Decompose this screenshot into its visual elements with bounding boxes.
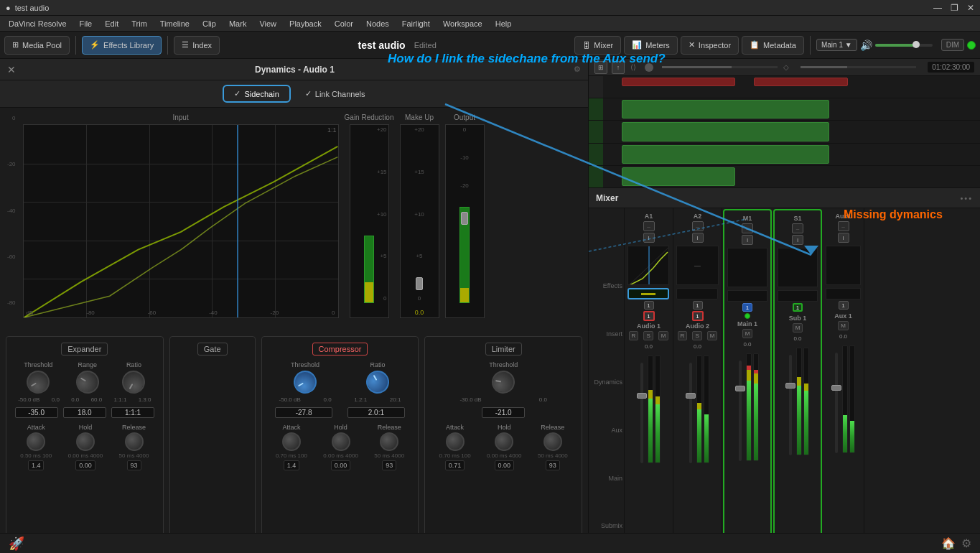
- link-channels-btn[interactable]: ✓ Link Channels: [305, 89, 365, 98]
- menu-trim[interactable]: Trim: [126, 18, 153, 29]
- S1-effects-btn[interactable]: –: [792, 223, 803, 233]
- exp-release-knob[interactable]: [125, 432, 144, 451]
- comp-ratio-val[interactable]: 2.0:1: [347, 407, 405, 418]
- maximize-btn[interactable]: ❐: [951, 3, 958, 13]
- lim-attack-val[interactable]: 0.71: [445, 460, 465, 470]
- A2-insert-btn[interactable]: I: [692, 233, 704, 243]
- mixer-options-btn[interactable]: •••: [960, 194, 973, 203]
- timeline-up-btn[interactable]: ↑: [612, 61, 625, 74]
- menu-edit[interactable]: Edit: [99, 18, 124, 29]
- index-btn[interactable]: ☰ Index: [174, 36, 220, 55]
- menu-davinci[interactable]: DaVinci Resolve: [3, 18, 73, 29]
- M1-fader-handle[interactable]: [735, 386, 745, 391]
- A2-S-btn[interactable]: S: [692, 331, 701, 340]
- S1-insert-btn[interactable]: I: [792, 235, 803, 245]
- menu-playback[interactable]: Playback: [284, 18, 327, 29]
- expander-name[interactable]: Expander: [61, 343, 108, 356]
- menu-view[interactable]: View: [253, 18, 282, 29]
- exp-release-val[interactable]: 93: [127, 460, 141, 470]
- menu-timeline[interactable]: Timeline: [154, 18, 195, 29]
- menu-nodes[interactable]: Nodes: [360, 18, 395, 29]
- Aux1-fader-handle[interactable]: [831, 385, 841, 391]
- exp-ratio-val[interactable]: 1:1:1: [111, 407, 154, 418]
- comp-release-knob[interactable]: [380, 432, 398, 451]
- exp-threshold-knob[interactable]: [22, 366, 54, 398]
- A1-M-btn[interactable]: M: [658, 331, 669, 340]
- exp-range-knob[interactable]: [72, 366, 103, 398]
- lim-hold-val[interactable]: 0.00: [495, 460, 515, 470]
- comp-release-val[interactable]: 93: [382, 460, 396, 470]
- Aux1-main-btn[interactable]: 1: [839, 301, 849, 310]
- comp-attack-val[interactable]: 1.4: [284, 460, 300, 470]
- exp-ratio-knob[interactable]: [118, 366, 150, 398]
- comp-attack-knob[interactable]: [282, 432, 301, 451]
- dim-btn[interactable]: DIM: [941, 39, 964, 51]
- mixer-btn[interactable]: 🎛 Mixer: [574, 36, 621, 55]
- S1-fader-handle[interactable]: [785, 383, 795, 389]
- Aux1-insert-btn[interactable]: I: [838, 233, 849, 243]
- timeline-scrubber[interactable]: [662, 66, 778, 68]
- inspector-btn[interactable]: ✕ Inspector: [681, 36, 739, 55]
- exp-attack-knob[interactable]: [27, 432, 45, 451]
- dynamics-close-btn[interactable]: ✕: [7, 64, 16, 75]
- dynamics-settings-icon[interactable]: ⚙: [574, 65, 581, 74]
- Aux1-M-btn[interactable]: M: [838, 321, 849, 330]
- A2-M-btn[interactable]: M: [707, 331, 718, 340]
- A2-main-btn[interactable]: 1: [693, 301, 703, 310]
- menu-file[interactable]: File: [74, 18, 98, 29]
- A1-submix-btn[interactable]: 1: [643, 311, 655, 321]
- menu-clip[interactable]: Clip: [197, 18, 222, 29]
- makeup-slider[interactable]: [416, 277, 423, 290]
- sidechain-btn[interactable]: ✓ Sidechain: [223, 85, 290, 103]
- comp-hold-val[interactable]: 0.00: [331, 460, 351, 470]
- A2-R-btn[interactable]: R: [678, 331, 688, 340]
- comp-threshold-knob[interactable]: [289, 366, 321, 398]
- meters-btn[interactable]: 📊 Meters: [624, 36, 678, 55]
- window-controls[interactable]: — ❐ ✕: [933, 3, 974, 13]
- A1-R-btn[interactable]: R: [629, 331, 639, 340]
- output-fader[interactable]: [461, 212, 468, 225]
- main-output-select[interactable]: Main 1 ▼: [816, 39, 857, 51]
- media-pool-btn[interactable]: ⊞ Media Pool: [4, 36, 70, 55]
- lim-hold-knob[interactable]: [495, 432, 513, 451]
- A1-main-btn[interactable]: 1: [644, 301, 654, 310]
- A1-effects-btn[interactable]: –: [643, 221, 655, 231]
- comp-ratio-knob[interactable]: [362, 366, 393, 398]
- A1-S-btn[interactable]: S: [643, 331, 653, 340]
- lim-threshold-val[interactable]: -21.0: [482, 407, 525, 418]
- compressor-name[interactable]: Compressor: [312, 343, 368, 356]
- A2-effects-btn[interactable]: –: [692, 221, 704, 231]
- menu-mark[interactable]: Mark: [223, 18, 252, 29]
- M1-insert-btn[interactable]: I: [742, 235, 753, 245]
- Aux1-effects-btn[interactable]: –: [838, 221, 849, 231]
- effects-library-btn[interactable]: ⚡ Effects Library: [82, 36, 162, 55]
- menu-color[interactable]: Color: [329, 18, 359, 29]
- minimize-btn[interactable]: —: [933, 3, 942, 13]
- exp-range-val[interactable]: 18.0: [63, 407, 106, 418]
- menu-workspace[interactable]: Workspace: [437, 18, 488, 29]
- menu-help[interactable]: Help: [490, 18, 518, 29]
- S1-M-btn[interactable]: M: [793, 323, 803, 333]
- A2-fader-handle[interactable]: [686, 393, 696, 399]
- exp-hold-val[interactable]: 0.00: [75, 460, 95, 470]
- lim-release-val[interactable]: 93: [546, 460, 560, 470]
- metadata-btn[interactable]: 📋 Metadata: [742, 36, 804, 55]
- lim-attack-knob[interactable]: [446, 432, 465, 451]
- gate-name[interactable]: Gate: [197, 343, 228, 356]
- exp-threshold-val[interactable]: -35.0: [15, 407, 58, 418]
- M1-effects-btn[interactable]: –: [742, 223, 753, 233]
- A1-dynamics-display[interactable]: [627, 246, 669, 285]
- timeline-scrubber2[interactable]: [801, 66, 916, 68]
- S1-main-btn[interactable]: 1: [793, 303, 803, 312]
- exp-hold-knob[interactable]: [76, 432, 95, 451]
- M1-main-btn[interactable]: 1: [742, 303, 752, 312]
- M1-M-btn[interactable]: M: [742, 329, 753, 338]
- limiter-name[interactable]: Limiter: [485, 343, 522, 356]
- timeline-expand-btn[interactable]: ⊞: [594, 61, 607, 74]
- menu-fairlight[interactable]: Fairlight: [396, 18, 436, 29]
- lim-release-knob[interactable]: [543, 432, 562, 451]
- A1-fader-handle[interactable]: [637, 393, 647, 399]
- A2-submix-btn[interactable]: 1: [692, 311, 704, 321]
- close-btn[interactable]: ✕: [967, 3, 974, 13]
- A1-insert-btn[interactable]: I: [643, 233, 655, 243]
